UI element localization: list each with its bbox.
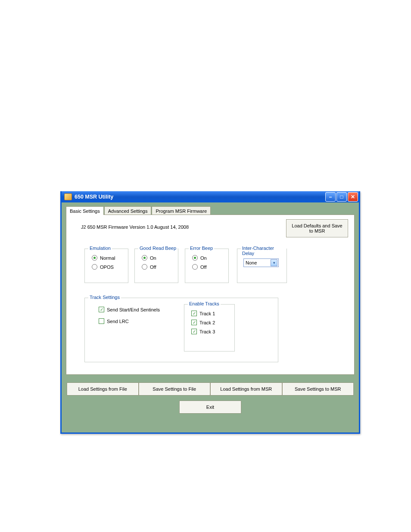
check-track-3[interactable]: Track 3 <box>191 329 230 334</box>
radio-label: On <box>200 255 207 261</box>
load-defaults-button[interactable]: Load Defaults and Save to MSR <box>286 219 348 237</box>
group-enable-tracks-title: Enable Tracks <box>188 301 221 306</box>
check-label: Track 2 <box>199 320 215 325</box>
maximize-button[interactable]: □ <box>336 192 347 202</box>
delay-value: None <box>246 260 257 265</box>
bottom-button-row: Load Settings from File Save Settings to… <box>66 383 355 395</box>
tabstrip: Basic Settings Advanced Settings Program… <box>66 206 355 215</box>
check-label: Track 3 <box>199 329 215 334</box>
tab-advanced-settings[interactable]: Advanced Settings <box>104 206 152 215</box>
titlebar[interactable]: 650 MSR Utility – □ ✕ <box>62 191 359 202</box>
radio-goodread-on[interactable]: On <box>142 255 174 261</box>
radio-label: OPOS <box>100 264 114 270</box>
group-inter-char-delay: Inter-Character Delay None ▾ <box>237 249 287 283</box>
radio-errorbeep-off[interactable]: Off <box>192 264 224 270</box>
group-emulation-title: Emulation <box>88 246 112 251</box>
group-delay-title: Inter-Character Delay <box>241 246 286 256</box>
save-settings-to-file-button[interactable]: Save Settings to File <box>139 383 211 395</box>
radio-emulation-opos[interactable]: OPOS <box>92 264 124 270</box>
radio-label: Normal <box>100 255 115 261</box>
check-track-2[interactable]: Track 2 <box>191 320 230 325</box>
group-track-settings-title: Track Settings <box>88 295 121 300</box>
window: 650 MSR Utility – □ ✕ Basic Settings Adv… <box>60 191 360 434</box>
check-label: Send Start/End Sentinels <box>107 307 160 312</box>
check-label: Send LRC <box>107 319 129 324</box>
close-button[interactable]: ✕ <box>348 192 358 202</box>
radio-goodread-off[interactable]: Off <box>142 264 174 270</box>
load-settings-from-msr-button[interactable]: Load Settings from MSR <box>210 383 282 395</box>
group-enable-tracks: Enable Tracks Track 1 Track 2 Track 3 <box>184 304 235 352</box>
chevron-down-icon: ▾ <box>271 259 277 266</box>
exit-row: Exit <box>66 401 355 414</box>
group-good-read-beep: Good Read Beep On Off <box>134 249 178 283</box>
radio-label: Off <box>150 264 156 270</box>
check-label: Track 1 <box>199 311 215 316</box>
firmware-version-text: J2 650 MSR Firmware Version 1.0 August 1… <box>81 224 189 230</box>
radio-emulation-normal[interactable]: Normal <box>92 255 124 261</box>
radio-label: On <box>150 255 156 261</box>
check-track-1[interactable]: Track 1 <box>191 311 230 316</box>
group-error-beep: Error Beep On Off <box>185 249 229 283</box>
save-settings-to-msr-button[interactable]: Save Settings to MSR <box>282 383 354 395</box>
minimize-button[interactable]: – <box>325 192 336 202</box>
group-good-read-title: Good Read Beep <box>138 246 177 251</box>
app-icon <box>64 193 72 200</box>
radio-errorbeep-on[interactable]: On <box>192 255 224 261</box>
tab-basic-settings[interactable]: Basic Settings <box>66 206 104 215</box>
tab-program-msr-firmware[interactable]: Program MSR Firmware <box>152 206 211 215</box>
group-error-beep-title: Error Beep <box>189 246 214 251</box>
tab-panel: J2 650 MSR Firmware Version 1.0 August 1… <box>66 215 355 375</box>
client-area: Basic Settings Advanced Settings Program… <box>62 202 359 417</box>
radio-label: Off <box>200 264 206 270</box>
group-track-settings: Track Settings Send Start/End Sentinels … <box>84 298 278 362</box>
window-title: 650 MSR Utility <box>75 194 324 200</box>
delay-dropdown[interactable]: None ▾ <box>243 258 279 267</box>
load-settings-from-file-button[interactable]: Load Settings from File <box>67 383 139 395</box>
exit-button[interactable]: Exit <box>179 401 241 414</box>
group-emulation: Emulation Normal OPOS <box>84 249 128 283</box>
